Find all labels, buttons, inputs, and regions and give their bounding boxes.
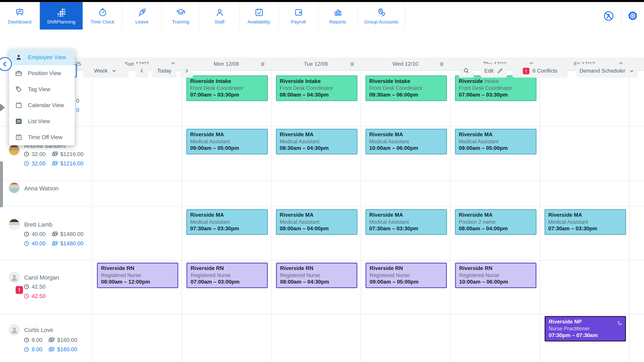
person-avatar-icon — [10, 273, 19, 282]
shift-position: Registered Nurse — [101, 272, 174, 279]
nav-tab-staff[interactable]: Staff — [200, 2, 240, 29]
nav-tab-training[interactable]: Training — [162, 2, 200, 29]
chev-left-icon — [139, 68, 145, 74]
view-menu-item-list-view[interactable]: List View — [9, 113, 75, 129]
shift-card[interactable]: Riverside MAMedical Assistant08:30am – 0… — [276, 129, 358, 154]
shift-title: Riverside MA — [459, 131, 533, 138]
view-menu-item-position-view[interactable]: Position View — [9, 65, 75, 81]
avatar[interactable] — [8, 144, 20, 156]
day-note-button[interactable] — [439, 61, 445, 68]
shift-card[interactable]: Riverside MAMedical Assistant09:00am – 0… — [455, 129, 536, 154]
demand-scheduler-button[interactable]: Demand Scheduler — [576, 64, 638, 78]
nav-tab-label: Staff — [215, 19, 224, 24]
grid-row-line — [0, 314, 644, 314]
avatar[interactable] — [8, 272, 20, 283]
view-menu-item-time-off-view[interactable]: Time Off View — [9, 129, 75, 145]
search-button[interactable] — [459, 64, 474, 78]
nav-tab-label: Availability — [248, 19, 270, 24]
grid-column-line — [271, 57, 271, 362]
avatar[interactable] — [8, 219, 20, 230]
chev-right-icon — [184, 68, 190, 74]
avatar[interactable] — [8, 324, 20, 335]
shift-card[interactable]: Riverside MAMedical Assistant09:00am – 0… — [186, 129, 268, 154]
conflicts-button[interactable]: ! 6 Conflicts — [512, 64, 568, 78]
availability-icon — [254, 7, 264, 17]
grid-column-line — [92, 57, 92, 362]
shift-time: 09:00am – 05:00pm — [190, 145, 264, 152]
shift-card[interactable]: Riverside RNRegistered Nurse09:00am – 05… — [366, 263, 447, 288]
money-icon — [51, 151, 58, 158]
nav-tab-shiftplanning[interactable]: ShiftPlanning — [40, 2, 83, 29]
day-header-label: Wed 12/10 — [392, 61, 418, 67]
view-menu-item-tag-view[interactable]: Tag View — [9, 81, 75, 97]
nav-tab-dashboard[interactable]: Dashboard — [0, 2, 40, 29]
day-note-button[interactable] — [260, 61, 266, 68]
nav-tab-leave[interactable]: Leave — [122, 2, 162, 29]
shift-card[interactable]: Riverside MAMedical Assistant07:30am – 0… — [366, 209, 447, 235]
note-icon — [439, 62, 445, 68]
shift-position: Medical Assistant — [190, 219, 264, 225]
shift-card[interactable]: Riverside NPNurse Practitioner07:30pm – … — [544, 316, 626, 342]
grid-row-line — [0, 260, 644, 261]
shift-card[interactable]: Riverside IntakeFront Desk Coordinator08… — [276, 76, 358, 101]
view-menu-item-employee-view[interactable]: Employee View — [9, 49, 75, 65]
tag-icon — [15, 85, 23, 93]
today-button[interactable]: Today — [152, 64, 176, 78]
shift-card[interactable]: Riverside RNRegistered Nurse07:00am – 03… — [186, 263, 268, 288]
person-avatar-icon — [10, 325, 19, 334]
nav-tab-payroll[interactable]: Payroll — [279, 2, 318, 29]
range-selector-button[interactable]: Week — [83, 64, 128, 78]
no-access-button[interactable] — [603, 10, 614, 22]
next-week-button[interactable] — [180, 64, 193, 78]
day-header-wed-12-10[interactable]: Wed 12/10 — [360, 57, 450, 70]
shift-time: 08:00am – 04:00pm — [280, 225, 354, 232]
day-header-tue-12-09[interactable]: Tue 12/09 — [271, 57, 360, 70]
shift-card[interactable]: Riverside MAPosition 2 name08:00am – 04:… — [455, 209, 536, 235]
scheduled-pay: $1480.00 — [60, 241, 84, 247]
nav-tab-label: Reports — [330, 19, 346, 24]
nav-tab-availability[interactable]: Availability — [240, 2, 279, 29]
search-icon — [463, 67, 470, 74]
shift-card[interactable]: RiversideIntakeFront Desk Coordinator07:… — [455, 76, 536, 101]
scheduled-pay: $1216.00 — [60, 161, 84, 167]
training-icon — [176, 7, 186, 17]
settings-button[interactable] — [627, 10, 638, 21]
moon-icon — [617, 320, 622, 326]
scheduled-hours: 40.00 — [32, 231, 46, 237]
view-menu-item-calendar-view[interactable]: Calendar View — [9, 97, 75, 113]
shift-title: RiversideIntake — [459, 78, 533, 85]
shift-card[interactable]: Riverside MAMedical Assistant07:30am – 0… — [544, 209, 626, 235]
shift-card[interactable]: Riverside MAMedical Assistant10:00am – 0… — [366, 129, 447, 154]
day-note-button[interactable] — [350, 61, 356, 68]
shift-title: Riverside RN — [459, 265, 532, 272]
pencil-icon — [497, 68, 503, 74]
shift-title: Riverside NP — [549, 319, 622, 325]
shift-card[interactable]: Riverside IntakeFront Desk Coordinator07… — [186, 76, 268, 101]
time-clock-icon — [98, 7, 108, 17]
note-icon — [260, 62, 266, 68]
prev-week-button[interactable] — [136, 64, 148, 78]
nav-tab-group-accounts[interactable]: Group Accounts — [358, 2, 405, 29]
nav-tab-label: Leave — [135, 19, 148, 24]
nav-right-icons — [603, 2, 644, 29]
shift-card[interactable]: Riverside RNRegistered Nurse10:00am – 06… — [455, 263, 536, 288]
day-header-mon-12-08[interactable]: Mon 12/08 — [182, 57, 271, 70]
grid-column-line — [182, 57, 182, 362]
shift-card[interactable]: Riverside MAMedical Assistant07:30am – 0… — [186, 209, 268, 235]
shift-card[interactable]: Riverside IntakeFront Desk Coordinator09… — [366, 76, 447, 101]
shift-time: 07:00am – 03:30pm — [459, 92, 533, 98]
shift-card[interactable]: Riverside RNRegistered Nurse08:00am – 12… — [97, 263, 178, 288]
nav-tab-reports[interactable]: Reports — [318, 2, 358, 29]
shift-card[interactable]: Riverside RNRegistered Nurse08:00am – 04… — [276, 263, 358, 288]
nav-tab-time-clock[interactable]: Time Clock — [83, 2, 122, 29]
view-menu-item-label: Calendar View — [28, 102, 64, 108]
shift-card[interactable]: Riverside MAMedical Assistant08:00am – 0… — [276, 209, 358, 235]
shift-time: 08:00am – 04:00pm — [459, 225, 533, 232]
avatar[interactable] — [8, 182, 20, 193]
shift-time: 07:00am – 03:30pm — [190, 92, 264, 98]
left-panel-arrow — [0, 103, 5, 112]
shift-title: Riverside Intake — [369, 78, 443, 85]
edit-button[interactable]: Edit — [480, 64, 507, 78]
clock-icon — [24, 151, 30, 157]
left-scroll-handle[interactable] — [0, 161, 3, 207]
